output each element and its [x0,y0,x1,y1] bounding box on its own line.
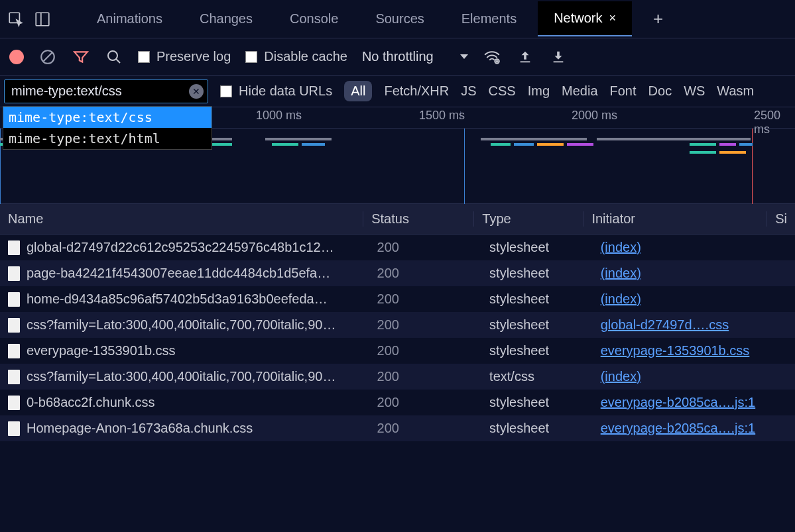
cell-name: page-ba42421f4543007eeae11ddc4484cb1d5ef… [0,266,369,281]
tab-console[interactable]: Console [274,2,354,36]
initiator-link[interactable]: everypage-b2085ca….js:1 [601,395,755,409]
cell-status: 200 [369,240,482,255]
tab-elements[interactable]: Elements [446,2,532,36]
clear-icon[interactable] [38,48,57,66]
tab-changes[interactable]: Changes [184,2,269,36]
filter-icon[interactable] [72,48,90,66]
filter-all[interactable]: All [344,81,372,101]
cell-type: stylesheet [481,266,593,281]
table-row[interactable]: global-d27497d22c612c95253c2245976c48b1c… [0,235,795,260]
filter-css[interactable]: CSS [489,83,516,99]
cell-initiator: everypage-b2085ca….js:1 [593,421,779,436]
filter-doc[interactable]: Doc [648,83,672,99]
network-conditions-icon[interactable] [483,48,501,66]
search-icon[interactable] [105,48,123,66]
close-icon[interactable]: × [609,11,617,25]
autocomplete-item[interactable]: mime-type:text/css [3,107,212,128]
file-icon [8,370,20,384]
cell-initiator: (index) [593,240,779,255]
filter-ws[interactable]: WS [684,83,705,99]
initiator-link[interactable]: (index) [601,266,641,280]
svg-line-6 [116,59,120,63]
file-icon [8,240,20,255]
tab-network-label: Network [554,11,602,26]
upload-icon[interactable] [516,48,534,66]
chevron-down-icon [460,54,468,59]
request-table-header: Name Status Type Initiator Si [0,204,795,235]
initiator-link[interactable]: everypage-b2085ca….js:1 [601,421,755,435]
column-initiator[interactable]: Initiator [583,211,766,227]
cell-status: 200 [369,343,482,358]
svg-point-5 [108,51,117,60]
initiator-link[interactable]: (index) [601,369,641,384]
svg-rect-8 [520,61,530,62]
cell-initiator: everypage-1353901b.css [593,343,779,358]
checkbox-icon [220,85,232,97]
tick-label: 1500 ms [419,109,465,122]
cell-initiator: everypage-b2085ca….js:1 [593,395,779,410]
filter-js[interactable]: JS [461,83,476,99]
add-tab-button[interactable]: + [644,3,672,34]
cell-name: css?family=Lato:300,400,400italic,700,70… [0,317,369,333]
cell-status: 200 [369,421,482,436]
disable-cache-checkbox[interactable]: Disable cache [245,49,347,64]
cell-status: 200 [369,317,482,333]
devtools-tab-bar: Animations Changes Console Sources Eleme… [0,0,795,38]
autocomplete-item[interactable]: mime-type:text/html [3,128,212,149]
column-type[interactable]: Type [473,211,583,227]
initiator-link[interactable]: everypage-1353901b.css [601,343,750,358]
table-row[interactable]: 0-b68acc2f.chunk.css200stylesheeteverypa… [0,390,795,415]
cell-name: global-d27497d22c612c95253c2245976c48b1c… [0,240,369,255]
hide-data-urls-checkbox[interactable]: Hide data URLs [220,83,332,99]
preserve-log-checkbox[interactable]: Preserve log [138,49,231,64]
cell-status: 200 [369,292,482,307]
file-icon [8,421,20,436]
inspect-icon[interactable] [5,9,27,30]
filter-wasm[interactable]: Wasm [717,83,754,99]
cell-status: 200 [369,395,482,410]
tab-network[interactable]: Network × [538,1,632,36]
initiator-link[interactable]: (index) [601,292,641,306]
filter-input[interactable] [11,83,189,99]
column-status[interactable]: Status [363,211,473,227]
file-icon [8,344,20,358]
file-icon [8,266,20,281]
table-row[interactable]: everypage-1353901b.css200stylesheetevery… [0,338,795,364]
download-icon[interactable] [549,48,568,66]
table-row[interactable]: css?family=Lato:300,400,400italic,700,70… [0,312,795,338]
table-row[interactable]: css?family=Lato:300,400,400italic,700,70… [0,364,795,390]
table-row[interactable]: home-d9434a85c96af57402b5d3a9163b0eefeda… [0,286,795,312]
tab-animations[interactable]: Animations [81,2,178,36]
filter-font[interactable]: Font [610,83,637,99]
checkbox-icon [245,51,257,63]
throttling-select[interactable]: No throttling [362,49,468,64]
file-icon [8,396,20,410]
cell-initiator: (index) [593,369,779,384]
table-row[interactable]: page-ba42421f4543007eeae11ddc4484cb1d5ef… [0,260,795,286]
device-toggle-icon[interactable] [32,9,53,30]
cell-name: everypage-1353901b.css [0,343,369,358]
tab-sources[interactable]: Sources [359,2,440,36]
network-toolbar: Preserve log Disable cache No throttling [0,38,795,76]
initiator-link[interactable]: (index) [601,240,641,254]
hide-data-label: Hide data URLs [239,83,332,99]
tick-label: 2000 ms [572,109,617,122]
filter-media[interactable]: Media [562,83,597,99]
clear-filter-button[interactable]: ✕ [189,84,204,99]
throttling-value: No throttling [362,49,434,64]
filter-input-container: ✕ [4,80,208,103]
filter-fetchxhr[interactable]: Fetch/XHR [384,83,449,99]
record-button[interactable] [9,50,24,64]
cell-type: stylesheet [481,292,593,307]
cell-type: stylesheet [481,343,593,358]
request-table-body: global-d27497d22c612c95253c2245976c48b1c… [0,235,795,441]
filter-bar: ✕ Hide data URLs All Fetch/XHR JS CSS Im… [0,76,795,107]
column-name[interactable]: Name [0,211,363,227]
cell-type: stylesheet [481,395,593,410]
filter-img[interactable]: Img [528,83,550,99]
table-row[interactable]: Homepage-Anon-1673a68a.chunk.css200style… [0,415,795,441]
filter-autocomplete: mime-type:text/css mime-type:text/html [3,106,212,150]
initiator-link[interactable]: global-d27497d….css [601,317,729,332]
column-size[interactable]: Si [766,211,795,227]
checkbox-icon [138,51,150,63]
